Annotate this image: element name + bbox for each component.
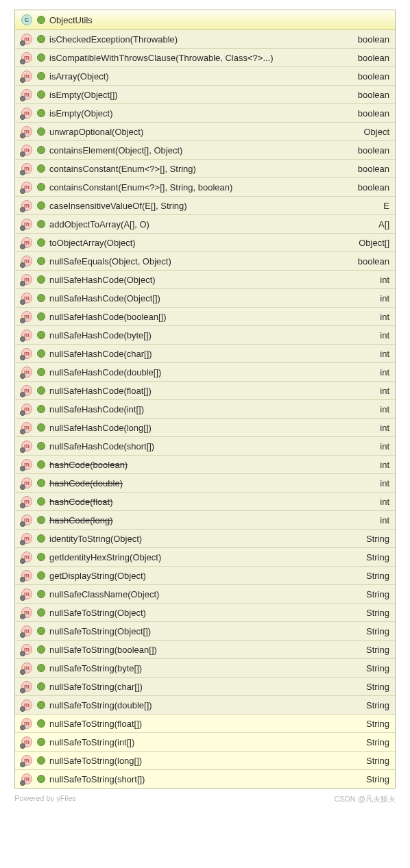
- public-icon: [37, 16, 45, 24]
- method-icon-slot: m: [21, 588, 33, 599]
- method-icon-slot: m: [21, 533, 33, 544]
- method-row[interactable]: mnullSafeHashCode(long[])int: [15, 419, 395, 437]
- method-row[interactable]: mnullSafeToString(char[])String: [15, 678, 395, 696]
- method-signature: nullSafeToString(double[]): [49, 700, 362, 710]
- return-type: boolean: [358, 34, 389, 45]
- static-marker-icon: [20, 780, 25, 786]
- method-row[interactable]: mnullSafeHashCode(Object[])int: [15, 289, 395, 308]
- method-signature: nullSafeHashCode(Object[]): [49, 293, 376, 303]
- method-row[interactable]: mnullSafeHashCode(byte[])int: [15, 326, 395, 345]
- method-signature: nullSafeToString(boolean[]): [49, 645, 362, 655]
- method-row[interactable]: mnullSafeToString(double[])String: [15, 696, 395, 715]
- method-signature: nullSafeToString(short[]): [49, 774, 362, 784]
- method-list: misCheckedException(Throwable)booleanmis…: [15, 30, 395, 788]
- method-row[interactable]: mtoObjectArray(Object)Object[]: [15, 234, 395, 252]
- public-icon: [37, 368, 45, 376]
- public-icon: [37, 719, 45, 728]
- return-type: E: [383, 201, 389, 211]
- method-icon-slot: m: [21, 662, 33, 673]
- method-signature: toObjectArray(Object): [49, 238, 354, 248]
- footer: Powered by yFiles CSDN @凡夫贩夫: [14, 794, 396, 804]
- method-row[interactable]: mnullSafeHashCode(char[])int: [15, 345, 395, 363]
- method-signature: isCompatibleWithThrowsClause(Throwable, …: [49, 53, 354, 63]
- method-signature: nullSafeToString(long[]): [49, 756, 362, 766]
- method-row[interactable]: mnullSafeHashCode(int[])int: [15, 400, 395, 419]
- return-type: boolean: [358, 90, 389, 100]
- method-signature: addObjectToArray(A[], O): [49, 219, 374, 230]
- method-row[interactable]: mnullSafeHashCode(Object)int: [15, 271, 395, 289]
- static-marker-icon: [20, 244, 25, 249]
- class-name: ObjectUtils: [49, 15, 389, 25]
- public-icon: [37, 645, 45, 654]
- method-row[interactable]: mnullSafeToString(boolean[])String: [15, 641, 395, 659]
- method-row[interactable]: mnullSafeToString(int[])String: [15, 733, 395, 752]
- method-row[interactable]: mnullSafeToString(short[])String: [15, 770, 395, 788]
- method-row[interactable]: mnullSafeHashCode(double[])int: [15, 363, 395, 382]
- method-signature: nullSafeHashCode(double[]): [49, 367, 376, 377]
- static-marker-icon: [20, 373, 25, 379]
- method-row[interactable]: mnullSafeClassName(Object)String: [15, 585, 395, 604]
- public-icon: [37, 756, 45, 765]
- method-row[interactable]: mnullSafeHashCode(short[])int: [15, 437, 395, 456]
- method-row[interactable]: mnullSafeEquals(Object, Object)boolean: [15, 252, 395, 271]
- public-icon: [37, 479, 45, 487]
- class-header[interactable]: C ObjectUtils: [15, 10, 395, 30]
- method-row[interactable]: mnullSafeToString(float[])String: [15, 715, 395, 733]
- method-icon-slot: m: [21, 681, 33, 692]
- method-icon-slot: m: [21, 644, 33, 655]
- method-row[interactable]: mcontainsElement(Object[], Object)boolea…: [15, 141, 395, 160]
- method-signature: nullSafeToString(char[]): [49, 682, 362, 692]
- method-icon-slot: m: [21, 293, 33, 303]
- method-row[interactable]: mcontainsConstant(Enum<?>[], String, boo…: [15, 178, 395, 197]
- return-type: String: [366, 552, 389, 562]
- method-icon-slot: m: [21, 89, 33, 100]
- method-row[interactable]: mnullSafeToString(Object)String: [15, 604, 395, 622]
- method-icon-slot: m: [21, 607, 33, 618]
- method-row[interactable]: mnullSafeToString(long[])String: [15, 752, 395, 770]
- public-icon: [37, 590, 45, 598]
- method-icon-slot: m: [21, 200, 33, 211]
- method-signature: nullSafeHashCode(long[]): [49, 423, 376, 433]
- method-row[interactable]: mhashCode(double)int: [15, 474, 395, 493]
- method-row[interactable]: mhashCode(float)int: [15, 493, 395, 511]
- method-signature: nullSafeHashCode(char[]): [49, 349, 376, 359]
- method-row[interactable]: maddObjectToArray(A[], O)A[]: [15, 215, 395, 234]
- method-row[interactable]: midentityToString(Object)String: [15, 530, 395, 548]
- method-icon-slot: m: [21, 570, 33, 581]
- method-icon-slot: m: [21, 514, 33, 525]
- return-type: boolean: [358, 256, 389, 266]
- public-icon: [37, 294, 45, 302]
- method-row[interactable]: mnullSafeToString(Object[])String: [15, 622, 395, 641]
- method-signature: nullSafeHashCode(boolean[]): [49, 312, 376, 322]
- method-row[interactable]: mgetDisplayString(Object)String: [15, 567, 395, 585]
- return-type: boolean: [358, 164, 389, 174]
- public-icon: [37, 738, 45, 746]
- public-icon: [37, 220, 45, 228]
- method-row[interactable]: misEmpty(Object[])boolean: [15, 86, 395, 104]
- method-icon-slot: m: [21, 348, 33, 359]
- method-row[interactable]: mcaseInsensitiveValueOf(E[], String)E: [15, 197, 395, 215]
- method-row[interactable]: mhashCode(long)int: [15, 511, 395, 530]
- return-type: boolean: [358, 71, 389, 82]
- static-marker-icon: [20, 207, 25, 212]
- method-row[interactable]: munwrapOptional(Object)Object: [15, 123, 395, 141]
- public-icon: [37, 72, 45, 80]
- return-type: String: [366, 682, 389, 692]
- method-icon-slot: m: [21, 237, 33, 248]
- method-row[interactable]: misCheckedException(Throwable)boolean: [15, 30, 395, 49]
- static-marker-icon: [20, 318, 25, 323]
- method-row[interactable]: misCompatibleWithThrowsClause(Throwable,…: [15, 49, 395, 67]
- method-row[interactable]: mnullSafeHashCode(boolean[])int: [15, 308, 395, 326]
- method-row[interactable]: misEmpty(Object)boolean: [15, 104, 395, 123]
- method-row[interactable]: mnullSafeHashCode(float[])int: [15, 382, 395, 400]
- method-row[interactable]: misArray(Object)boolean: [15, 67, 395, 86]
- return-type: String: [366, 719, 389, 729]
- footer-left: Powered by yFiles: [14, 794, 76, 804]
- public-icon: [37, 53, 45, 62]
- method-row[interactable]: mhashCode(boolean)int: [15, 456, 395, 474]
- public-icon: [37, 146, 45, 154]
- method-row[interactable]: mnullSafeToString(byte[])String: [15, 659, 395, 678]
- method-row[interactable]: mgetIdentityHexString(Object)String: [15, 548, 395, 567]
- static-marker-icon: [20, 429, 25, 434]
- method-row[interactable]: mcontainsConstant(Enum<?>[], String)bool…: [15, 160, 395, 178]
